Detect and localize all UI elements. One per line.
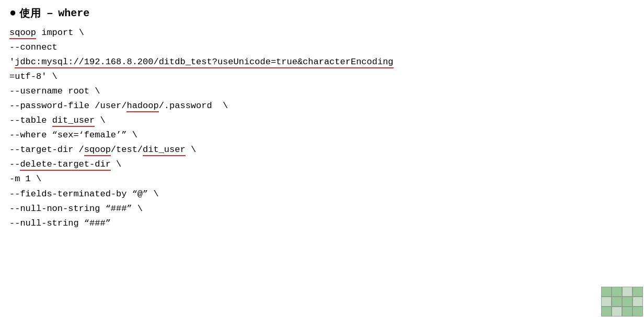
code-line-8: --where “sex=‘female’” \	[9, 128, 635, 143]
heading-section: ● 使用 － where	[9, 6, 635, 20]
corner-decoration	[601, 287, 644, 317]
code-line-9: --target-dir /sqoop/test/dit_user \	[9, 143, 635, 157]
dit-user-dir-underline: dit_user	[143, 145, 186, 156]
heading-where-keyword: where	[58, 7, 89, 19]
code-line-10: --delete-target-dir \	[9, 157, 635, 172]
grid-cell	[632, 287, 643, 297]
ditdb-underline: ditdb_test	[159, 57, 212, 68]
page-container: ● 使用 － where sqoop import \ --connect 'j…	[0, 0, 644, 317]
code-line-14: --null-string “###”	[9, 216, 635, 231]
grid-cell	[622, 297, 632, 307]
sqoop-underline: sqoop	[9, 28, 36, 39]
grid-cell	[622, 307, 632, 316]
code-line-6: --password-file /user/hadoop/.password \	[9, 99, 635, 113]
grid-cell	[612, 307, 622, 316]
code-line-2: --connect	[9, 40, 635, 55]
code-line-1: sqoop import \	[9, 26, 635, 40]
heading-dash: －	[44, 6, 55, 20]
jdbc-url-underline: jdbc:mysql://192.168.8.200/ditdb_test?us…	[15, 57, 393, 68]
grid-cell	[601, 287, 612, 297]
heading-chinese: 使用	[19, 6, 41, 20]
sqoop-dir-underline: sqoop	[84, 145, 111, 156]
delete-target-dir-underline: delete-target-dir	[20, 159, 110, 171]
grid-cell	[612, 297, 622, 307]
code-line-5: --username root \	[9, 84, 635, 99]
code-line-11: -m 1 \	[9, 172, 635, 186]
grid-cell	[601, 297, 612, 307]
grid-cell	[622, 287, 632, 297]
hadoop-underline: hadoop	[126, 101, 158, 112]
bullet-point: ●	[9, 7, 16, 20]
grid-cell	[632, 297, 643, 307]
code-line-7: --table dit_user \	[9, 113, 635, 128]
dit-user-table-underline: dit_user	[52, 115, 95, 127]
code-line-3: 'jdbc:mysql://192.168.8.200/ditdb_test?u…	[9, 55, 635, 69]
grid-cell	[612, 287, 622, 297]
grid-cell	[601, 307, 612, 316]
code-block: sqoop import \ --connect 'jdbc:mysql://1…	[9, 26, 635, 231]
grid-cell	[632, 307, 643, 316]
code-line-13: --null-non-string “###” \	[9, 202, 635, 216]
code-line-12: --fields-terminated-by “@” \	[9, 187, 635, 202]
code-line-4: =utf-8' \	[9, 69, 635, 84]
